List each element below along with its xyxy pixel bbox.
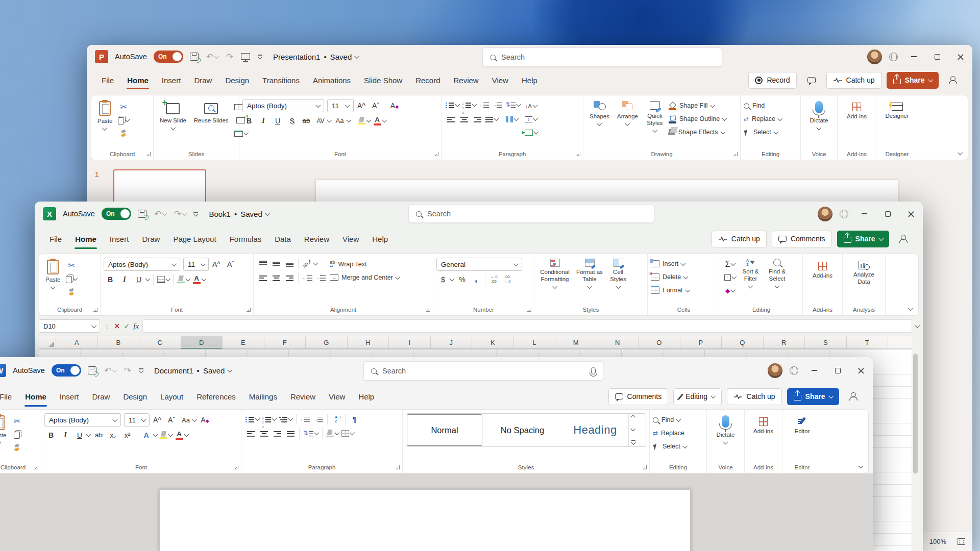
column-header[interactable]: D bbox=[181, 336, 223, 348]
replace-button[interactable]: ⇄Replace bbox=[653, 428, 703, 439]
column-header[interactable]: N bbox=[597, 336, 639, 348]
bullets-button[interactable] bbox=[445, 99, 460, 111]
font-color-button[interactable]: A bbox=[192, 273, 207, 285]
column-header[interactable]: F bbox=[264, 336, 306, 348]
borders-button[interactable] bbox=[156, 273, 171, 285]
gallery-expand-icon[interactable] bbox=[631, 440, 635, 444]
bold-button[interactable]: B bbox=[242, 115, 256, 127]
ribbon-tab[interactable]: Review bbox=[298, 226, 336, 252]
comma-style-button[interactable]: , bbox=[470, 273, 482, 285]
align-right-button[interactable] bbox=[471, 113, 483, 125]
confirm-entry-button[interactable]: ✓ bbox=[124, 322, 130, 330]
text-highlight-button[interactable] bbox=[159, 429, 174, 441]
italic-button[interactable]: I bbox=[118, 273, 131, 285]
font-name-select[interactable]: Aptos (Body) bbox=[242, 99, 324, 112]
dialog-launcher-icon[interactable] bbox=[426, 308, 430, 312]
find-button[interactable]: Find bbox=[653, 414, 703, 425]
ribbon-tab[interactable]: Draw bbox=[187, 68, 218, 92]
sphere-icon[interactable] bbox=[840, 210, 848, 218]
cancel-entry-button[interactable]: × bbox=[114, 321, 120, 331]
increase-indent-button[interactable] bbox=[314, 272, 327, 284]
text-direction-button[interactable]: ↓A bbox=[524, 100, 539, 112]
bullets-button[interactable] bbox=[244, 413, 260, 425]
clear-button[interactable]: ◆ bbox=[723, 285, 737, 296]
increase-decimal-button[interactable]: ←.0.00 bbox=[488, 273, 500, 285]
find-button[interactable]: Find bbox=[744, 100, 797, 111]
minimize-button[interactable] bbox=[902, 45, 925, 68]
column-header[interactable]: H bbox=[348, 336, 389, 348]
format-cells-button[interactable]: Format bbox=[651, 285, 717, 296]
maximize-button[interactable] bbox=[826, 357, 849, 384]
numbering-button[interactable] bbox=[261, 413, 277, 425]
ribbon-tab[interactable]: Design bbox=[218, 68, 256, 92]
increase-indent-button[interactable] bbox=[312, 413, 325, 425]
grow-font-button[interactable]: A^ bbox=[210, 259, 223, 270]
ribbon-tab[interactable]: Help bbox=[515, 68, 544, 92]
cut-button[interactable] bbox=[11, 415, 23, 427]
clear-formatting-button[interactable]: A◆ bbox=[388, 100, 401, 112]
wrap-text-button[interactable]: abWrap Text bbox=[330, 259, 399, 270]
change-case-button[interactable]: Aa bbox=[179, 414, 198, 426]
decrease-indent-button[interactable] bbox=[478, 99, 490, 111]
copy-button[interactable] bbox=[65, 273, 78, 285]
collapse-ribbon-icon[interactable] bbox=[908, 306, 913, 310]
redo-icon[interactable]: ↷ bbox=[124, 366, 131, 375]
font-size-select[interactable]: 11 bbox=[183, 258, 209, 271]
close-button[interactable]: × bbox=[849, 357, 873, 384]
character-spacing-button[interactable]: AV bbox=[314, 115, 332, 127]
autosum-button[interactable]: Σ bbox=[723, 258, 737, 270]
justify-button[interactable] bbox=[284, 428, 297, 439]
text-shadow-button[interactable]: S bbox=[285, 115, 299, 127]
addins-button[interactable]: Add-ins bbox=[810, 260, 836, 282]
italic-button[interactable]: I bbox=[257, 115, 270, 127]
column-header[interactable]: M bbox=[555, 336, 597, 348]
underline-button[interactable]: U bbox=[73, 429, 91, 441]
customize-toolbar-icon[interactable] bbox=[258, 55, 262, 59]
accounting-format-button[interactable]: $ bbox=[436, 273, 455, 285]
shapes-button[interactable]: Shapes bbox=[586, 99, 612, 128]
replace-button[interactable]: ⇄Replace bbox=[744, 113, 797, 124]
maximize-button[interactable] bbox=[876, 202, 899, 226]
addins-button[interactable]: Add-ins bbox=[844, 101, 870, 122]
font-color-button[interactable]: A bbox=[175, 429, 189, 441]
ribbon-tab[interactable]: Mailings bbox=[242, 384, 284, 409]
dialog-launcher-icon[interactable] bbox=[93, 308, 97, 312]
ribbon-tab[interactable]: Review bbox=[284, 384, 322, 409]
bold-button[interactable]: B bbox=[104, 273, 117, 285]
maximize-button[interactable] bbox=[925, 45, 949, 68]
top-align-button[interactable] bbox=[257, 258, 269, 269]
format-painter-button[interactable] bbox=[11, 442, 23, 454]
document-page[interactable] bbox=[159, 489, 691, 551]
orientation-button[interactable]: ab↗ bbox=[301, 258, 318, 269]
dictate-button[interactable]: Dictate bbox=[714, 413, 738, 446]
comments-button[interactable]: Comments bbox=[772, 231, 832, 247]
column-header[interactable]: S bbox=[805, 336, 847, 348]
dialog-launcher-icon[interactable] bbox=[434, 152, 438, 156]
column-header[interactable]: O bbox=[639, 336, 680, 348]
zoom-level[interactable]: 100% bbox=[929, 538, 946, 545]
minimize-button[interactable] bbox=[802, 357, 826, 384]
shrink-font-button[interactable]: Aˇ bbox=[165, 414, 178, 426]
select-button[interactable]: Select bbox=[744, 127, 797, 138]
paste-button[interactable]: Paste bbox=[42, 258, 63, 291]
ribbon-tab[interactable]: Design bbox=[116, 384, 154, 409]
style-heading[interactable]: Heading bbox=[562, 414, 628, 446]
gallery-up-icon[interactable] bbox=[631, 415, 635, 420]
decrease-indent-button[interactable] bbox=[299, 413, 311, 425]
ribbon-tab[interactable]: File bbox=[0, 384, 18, 409]
avatar[interactable] bbox=[818, 207, 832, 221]
subscript-button[interactable]: x₂ bbox=[107, 429, 120, 441]
close-button[interactable]: × bbox=[949, 45, 972, 68]
editor-button[interactable]: Editor bbox=[791, 415, 813, 437]
word-app-icon[interactable]: W bbox=[0, 364, 6, 377]
ribbon-tab[interactable]: Draw bbox=[135, 226, 166, 252]
share-button[interactable]: Share bbox=[837, 231, 889, 247]
columns-button[interactable] bbox=[505, 113, 519, 125]
column-header[interactable]: I bbox=[389, 336, 431, 348]
ribbon-tab[interactable]: Record bbox=[409, 68, 447, 92]
dialog-launcher-icon[interactable] bbox=[146, 152, 151, 156]
shape-outline-button[interactable]: Shape Outline bbox=[669, 113, 726, 124]
quick-styles-button[interactable]: Quick Styles bbox=[643, 99, 667, 134]
ribbon-tab[interactable]: Animations bbox=[306, 68, 357, 92]
autosave-toggle[interactable]: On bbox=[102, 208, 131, 220]
